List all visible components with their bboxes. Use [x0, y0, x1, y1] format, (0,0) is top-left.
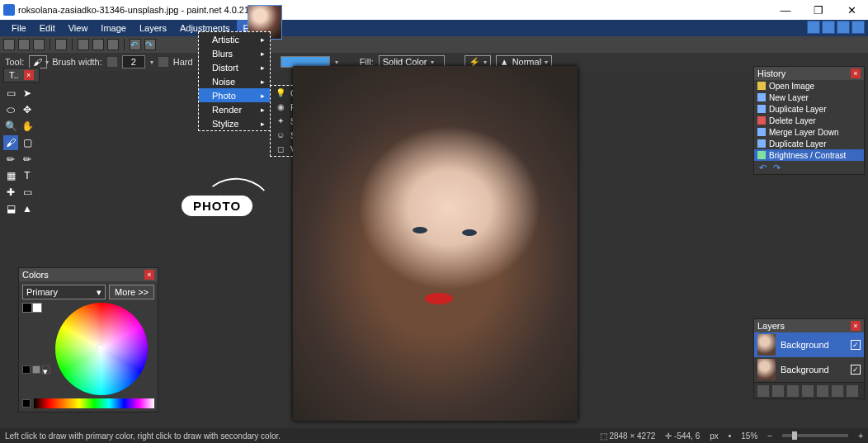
tool-color-picker[interactable]: ✏	[20, 152, 35, 167]
layer-row[interactable]: Background✓	[754, 357, 864, 382]
tool-eraser[interactable]: ▢	[20, 135, 35, 150]
palette-dropdown[interactable]: ▾	[42, 365, 50, 374]
document-tab[interactable]: T.. ×	[3, 68, 40, 82]
layer-properties-button[interactable]	[847, 385, 858, 397]
primary-color-swatch[interactable]	[22, 303, 32, 313]
close-layers-button[interactable]: ×	[851, 321, 861, 331]
duplicate-layer-button[interactable]	[787, 385, 799, 397]
zoom-out-button[interactable]: −	[767, 431, 772, 441]
brush-decrement-button[interactable]	[107, 57, 117, 67]
tool-paintbrush[interactable]: 🖌	[3, 135, 18, 150]
effects-item-stylize[interactable]: Stylize▸	[199, 116, 270, 130]
redo-button[interactable]: ↷	[144, 39, 156, 50]
tool-lasso[interactable]: ⬭	[3, 102, 18, 117]
zoom-in-button[interactable]: +	[858, 431, 863, 441]
brush-width-dropdown[interactable]: ▾	[150, 59, 153, 66]
menu-layers[interactable]: Layers	[133, 20, 173, 36]
color-strip[interactable]	[34, 398, 154, 408]
soften-icon: ☺	[276, 130, 285, 140]
undo-arrow-icon[interactable]: ↶	[759, 163, 767, 173]
tool-fill[interactable]: ▲	[20, 201, 35, 216]
history-item[interactable]: Open Image	[754, 80, 864, 92]
effects-item-artistic[interactable]: Artistic▸	[199, 32, 270, 46]
brush-width-input[interactable]: 2	[122, 55, 145, 68]
tool-line[interactable]: ⬓	[3, 201, 18, 216]
tool-text[interactable]: T	[20, 168, 35, 183]
portrait-eye	[462, 229, 477, 236]
add-layer-button[interactable]	[757, 385, 769, 397]
tool-pencil[interactable]: ✏	[3, 152, 18, 167]
close-history-button[interactable]: ×	[851, 68, 861, 78]
close-window-button[interactable]: ✕	[835, 4, 868, 16]
effects-item-distort[interactable]: Distort▸	[199, 60, 270, 74]
effects-item-noise[interactable]: Noise▸	[199, 74, 270, 88]
redo-arrow-icon[interactable]: ↷	[773, 163, 781, 173]
menu-image[interactable]: Image	[94, 20, 133, 36]
menu-view[interactable]: View	[62, 20, 95, 36]
effects-item-blurs[interactable]: Blurs▸	[199, 46, 270, 60]
color-wheel-cursor[interactable]	[97, 344, 103, 351]
toggle-colors-button[interactable]	[851, 21, 865, 34]
layer-down-button[interactable]	[832, 385, 843, 397]
cut-button[interactable]	[78, 39, 89, 50]
open-file-button[interactable]	[18, 39, 30, 50]
tool-clone[interactable]: ▦	[3, 168, 18, 183]
zoom-slider[interactable]	[782, 434, 848, 437]
layer-up-button[interactable]	[817, 385, 828, 397]
canvas[interactable]	[293, 66, 578, 421]
tool-zoom[interactable]: 🔍	[3, 119, 18, 134]
toggle-tools-button[interactable]	[807, 21, 820, 34]
toggle-history-button[interactable]	[822, 21, 835, 34]
tool-pan[interactable]: ✋	[20, 119, 35, 134]
tool-rect-select[interactable]: ▭	[3, 86, 18, 101]
history-item[interactable]: Merge Layer Down	[754, 126, 864, 138]
layer-visibility-checkbox[interactable]: ✓	[851, 340, 861, 350]
merge-layer-button[interactable]	[802, 385, 814, 397]
new-file-button[interactable]	[3, 39, 15, 50]
palette-black[interactable]	[22, 399, 31, 408]
history-item[interactable]: Delete Layer	[754, 115, 864, 126]
layer-row[interactable]: Background✓	[754, 332, 864, 357]
print-button[interactable]	[55, 39, 67, 50]
history-item[interactable]: Duplicate Layer	[754, 138, 864, 149]
history-icon	[757, 128, 766, 136]
effects-item-photo[interactable]: Photo▸	[199, 88, 270, 102]
history-label: Open Image	[769, 82, 814, 91]
undo-button[interactable]: ↶	[130, 39, 141, 50]
history-label: Duplicate Layer	[769, 105, 826, 114]
brush-increment-button[interactable]	[158, 57, 168, 67]
color-wheel[interactable]	[55, 303, 148, 395]
menu-edit[interactable]: Edit	[33, 20, 62, 36]
document-tab-label: T..	[9, 70, 19, 80]
color-mode-dropdown[interactable]: Primary▾	[22, 285, 106, 299]
menu-file[interactable]: File	[5, 20, 33, 36]
status-unit[interactable]: px	[710, 431, 719, 441]
history-item[interactable]: Brightness / Contrast	[754, 149, 864, 161]
tool-move-selection[interactable]: ✥	[20, 102, 35, 117]
maximize-button[interactable]: ❐	[802, 4, 835, 16]
tool-gradient[interactable]: ▭	[20, 185, 35, 200]
paste-button[interactable]	[107, 39, 119, 50]
mini-swatch[interactable]	[32, 365, 40, 374]
close-colors-button[interactable]: ×	[144, 270, 154, 280]
more-colors-button[interactable]: More >>	[109, 285, 154, 299]
hardness-label: Hard	[173, 57, 193, 67]
tool-move[interactable]: ➤	[20, 86, 35, 101]
secondary-color-swatch[interactable]	[32, 303, 42, 313]
mini-swatch[interactable]	[22, 365, 31, 374]
history-item[interactable]: Duplicate Layer	[754, 103, 864, 115]
history-item[interactable]: New Layer	[754, 92, 864, 103]
minimize-button[interactable]: —	[769, 4, 802, 16]
color-preview-dropdown[interactable]: ▾	[335, 59, 338, 66]
close-tab-button[interactable]: ×	[24, 70, 34, 80]
layer-visibility-checkbox[interactable]: ✓	[851, 365, 861, 375]
tool-shapes[interactable]: ✚	[3, 185, 18, 200]
toggle-layers-button[interactable]	[837, 21, 850, 34]
tool-picker[interactable]: 🖌▾	[29, 55, 47, 68]
save-button[interactable]	[33, 39, 45, 50]
effects-item-render[interactable]: Render▸	[199, 102, 270, 116]
layer-name: Background	[781, 340, 829, 350]
copy-button[interactable]	[92, 39, 104, 50]
history-title: History	[757, 68, 785, 78]
delete-layer-button[interactable]	[772, 385, 784, 397]
